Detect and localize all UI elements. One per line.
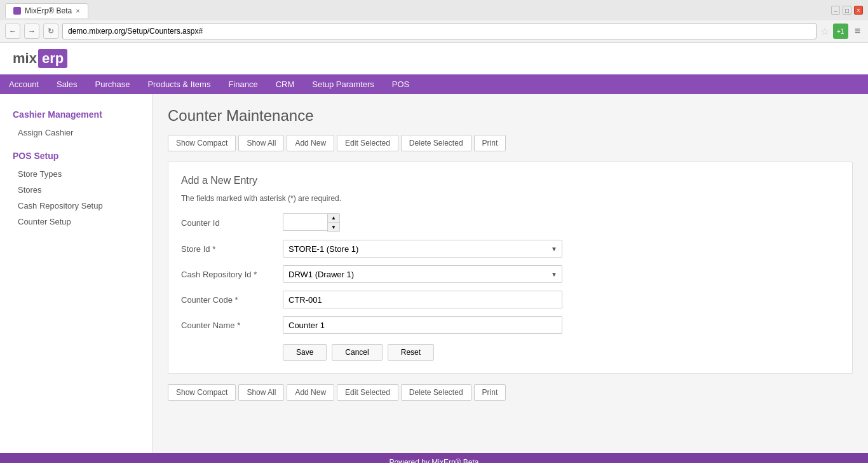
add-new-button[interactable]: Add New	[287, 135, 334, 151]
print-button[interactable]: Print	[474, 135, 506, 151]
extension-icon: +1	[833, 24, 848, 39]
app-header: mix erp	[0, 43, 868, 74]
back-button[interactable]: ←	[5, 24, 20, 39]
page-title: Counter Maintenance	[168, 107, 853, 125]
footer: Powered by MixErp® Beta	[0, 453, 868, 463]
counter-name-row: Counter Name *	[181, 316, 839, 334]
refresh-button[interactable]: ↻	[43, 24, 58, 39]
counter-code-label: Counter Code *	[181, 295, 283, 305]
forward-button[interactable]: →	[24, 24, 39, 39]
browser-tab: MixErp® Beta ×	[5, 3, 88, 18]
top-toolbar: Show Compact Show All Add New Edit Selec…	[168, 135, 853, 151]
counter-id-spinners: ▲ ▼	[327, 213, 340, 232]
counter-name-label: Counter Name *	[181, 321, 283, 330]
counter-id-row: Counter Id ▲ ▼	[181, 213, 839, 232]
cashier-management-section: Cashier Management	[0, 104, 152, 125]
logo-mix: mix	[13, 50, 37, 67]
minimize-button[interactable]: –	[831, 6, 840, 15]
delete-selected-button[interactable]: Delete Selected	[401, 135, 471, 151]
counter-id-input-wrapper: ▲ ▼	[283, 213, 562, 232]
store-id-select[interactable]: STORE-1 (Store 1)	[283, 240, 562, 258]
bottom-show-all-button[interactable]: Show All	[238, 384, 284, 401]
sidebar-item-counter-setup[interactable]: Counter Setup	[0, 214, 152, 230]
close-button[interactable]: ×	[854, 6, 863, 15]
counter-name-input[interactable]	[283, 316, 562, 334]
cash-repository-row: Cash Repository Id * DRW1 (Drawer 1)	[181, 265, 839, 283]
bottom-edit-selected-button[interactable]: Edit Selected	[337, 384, 398, 401]
maximize-button[interactable]: □	[843, 6, 851, 15]
sidebar-item-assign-cashier[interactable]: Assign Cashier	[0, 125, 152, 141]
main-nav: Account Sales Purchase Products & Items …	[0, 74, 868, 94]
nav-crm[interactable]: CRM	[267, 74, 304, 94]
footer-text: Powered by MixErp® Beta	[390, 458, 479, 463]
tab-title: MixErp® Beta	[25, 6, 72, 15]
bottom-add-new-button[interactable]: Add New	[287, 384, 334, 401]
bottom-delete-selected-button[interactable]: Delete Selected	[401, 384, 471, 401]
form-panel-title: Add a New Entry	[181, 175, 839, 186]
nav-sales[interactable]: Sales	[48, 74, 86, 94]
counter-id-input[interactable]	[283, 213, 327, 231]
show-compact-button[interactable]: Show Compact	[168, 135, 236, 151]
tab-favicon	[13, 7, 21, 15]
browser-titlebar: MixErp® Beta × – □ ×	[0, 0, 868, 20]
cash-repository-control: DRW1 (Drawer 1)	[283, 265, 562, 283]
counter-code-input[interactable]	[283, 291, 562, 308]
show-all-button[interactable]: Show All	[238, 135, 284, 151]
content-wrapper: Cashier Management Assign Cashier POS Se…	[0, 94, 868, 453]
pos-setup-section: POS Setup	[0, 146, 152, 166]
cash-repository-select-wrapper: DRW1 (Drawer 1)	[283, 265, 562, 283]
counter-id-spin-up[interactable]: ▲	[328, 214, 339, 223]
counter-id-spin-down[interactable]: ▼	[328, 223, 339, 232]
counter-id-label: Counter Id	[181, 218, 283, 228]
address-bar[interactable]	[62, 23, 817, 39]
cash-repository-label: Cash Repository Id *	[181, 270, 283, 279]
nav-setup-paramters[interactable]: Setup Paramters	[303, 74, 383, 94]
edit-selected-button[interactable]: Edit Selected	[337, 135, 398, 151]
logo-erp: erp	[38, 49, 67, 68]
counter-code-row: Counter Code *	[181, 291, 839, 308]
browser-menu-icon[interactable]: ≡	[852, 25, 863, 37]
bottom-print-button[interactable]: Print	[474, 384, 506, 401]
counter-id-control: ▲ ▼	[283, 213, 562, 232]
reset-button[interactable]: Reset	[388, 344, 434, 361]
app-logo: mix erp	[13, 49, 67, 68]
browser-chrome: MixErp® Beta × – □ × ← → ↻ ☆ +1 ≡	[0, 0, 868, 43]
cash-repository-select[interactable]: DRW1 (Drawer 1)	[283, 265, 562, 283]
bottom-show-compact-button[interactable]: Show Compact	[168, 384, 236, 401]
nav-purchase[interactable]: Purchase	[86, 74, 139, 94]
nav-finance[interactable]: Finance	[219, 74, 266, 94]
store-id-control: STORE-1 (Store 1)	[283, 240, 562, 258]
counter-name-control	[283, 316, 562, 334]
nav-account[interactable]: Account	[0, 74, 48, 94]
store-id-row: Store Id * STORE-1 (Store 1)	[181, 240, 839, 258]
nav-products-items[interactable]: Products & Items	[139, 74, 219, 94]
main-content: Counter Maintenance Show Compact Show Al…	[153, 94, 868, 453]
form-actions: Save Cancel Reset	[181, 344, 839, 361]
sidebar-item-store-types[interactable]: Store Types	[0, 166, 152, 182]
bookmark-icon[interactable]: ☆	[820, 25, 829, 38]
sidebar-item-cash-repository-setup[interactable]: Cash Repository Setup	[0, 198, 152, 214]
store-id-select-wrapper: STORE-1 (Store 1)	[283, 240, 562, 258]
counter-code-control	[283, 291, 562, 308]
window-controls: – □ ×	[831, 6, 863, 15]
bottom-toolbar: Show Compact Show All Add New Edit Selec…	[168, 384, 853, 401]
sidebar-item-stores[interactable]: Stores	[0, 182, 152, 198]
store-id-label: Store Id *	[181, 244, 283, 254]
browser-nav: ← → ↻ ☆ +1 ≡	[0, 20, 868, 42]
form-panel: Add a New Entry The fields marked with a…	[168, 162, 853, 374]
tab-close-button[interactable]: ×	[76, 7, 79, 15]
form-required-note: The fields marked with asterisk (*) are …	[181, 194, 839, 203]
cancel-button[interactable]: Cancel	[332, 344, 382, 361]
nav-pos[interactable]: POS	[383, 74, 418, 94]
sidebar: Cashier Management Assign Cashier POS Se…	[0, 94, 153, 453]
save-button[interactable]: Save	[283, 344, 327, 361]
